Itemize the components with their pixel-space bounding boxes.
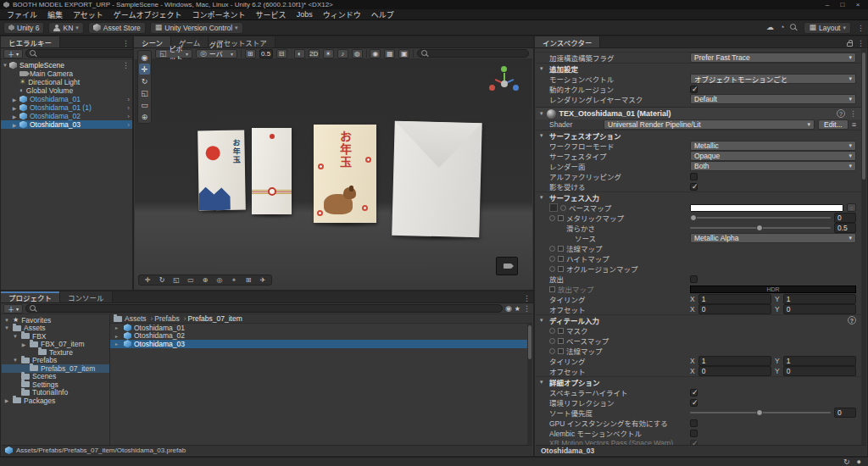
crumb-prefabs[interactable]: Prefabs (154, 314, 186, 323)
tree-favorites[interactable]: ▼★Favorites (2, 316, 109, 325)
tab-hierarchy[interactable]: ヒエラルキー (1, 36, 60, 47)
gizmo-center[interactable] (501, 80, 508, 87)
hierarchy-item-global-volume[interactable]: ◐ Global Volume (1, 86, 132, 95)
crumb-assets[interactable]: Assets (114, 314, 153, 323)
grid-visibility-dropdown[interactable]: ▦ (384, 49, 395, 58)
unity-version-badge[interactable]: Unity 6 (3, 22, 44, 34)
texture-slot-icon[interactable] (549, 203, 558, 212)
open-prefab-chevron[interactable]: › (127, 113, 130, 120)
hierarchy-item-otoshidama-03[interactable]: ▶ Otoshidama_03 › (1, 120, 132, 129)
inspector-menu-icon[interactable] (857, 39, 865, 47)
shader-dropdown[interactable]: Universal Render Pipeline/Lit (604, 119, 815, 130)
tab-project[interactable]: プロジェクト (1, 291, 60, 302)
snap-settings-button[interactable]: ⊟ (276, 49, 287, 58)
menu-assets[interactable]: アセット (68, 9, 108, 20)
hierarchy-menu-icon[interactable] (122, 39, 130, 47)
hierarchy-item-otoshidama-02[interactable]: ▶ Otoshidama_02 › (1, 112, 132, 120)
2d-toggle[interactable]: 2D (309, 49, 320, 58)
tab-console[interactable]: コンソール (60, 291, 113, 302)
texture-slot-icon[interactable] (558, 215, 564, 221)
help-icon[interactable] (848, 316, 856, 325)
object-picker-icon[interactable] (549, 348, 555, 354)
effects-dropdown[interactable]: ◍ (352, 49, 363, 58)
project-menu-icon[interactable] (523, 294, 531, 302)
overlay-move-icon[interactable]: ✛ (141, 275, 154, 285)
offset-x-field[interactable] (698, 304, 771, 314)
texture-slot-icon[interactable] (558, 338, 564, 344)
object-picker-icon[interactable] (560, 205, 566, 211)
cloud-button[interactable]: ☁ (766, 24, 774, 31)
project-scrollbar[interactable] (527, 324, 532, 445)
hierarchy-item-directional-light[interactable]: ☀ Directional Light (1, 78, 132, 86)
texture-slot-icon[interactable] (558, 266, 564, 272)
rendering-layer-dropdown[interactable]: Default (690, 94, 856, 104)
rect-tool[interactable]: ▭ (139, 99, 150, 110)
surface-type-dropdown[interactable]: Opaque (690, 151, 856, 161)
object-picker-icon[interactable] (549, 328, 555, 334)
scene-visibility-toggle[interactable]: ◉ (370, 49, 381, 58)
texture-slot-icon[interactable] (558, 328, 564, 334)
view-tool[interactable]: ◉ (139, 52, 150, 63)
hierarchy-item-otoshidama-01-1[interactable]: ▶ Otoshidama_01 (1) › (1, 103, 132, 112)
rotate-tool[interactable]: ↻ (139, 75, 150, 86)
color-picker-icon[interactable]: ◌ (847, 203, 856, 212)
scene-audio-toggle[interactable]: ♪ (337, 49, 348, 58)
minimize-button[interactable]: – (821, 1, 834, 9)
pivot-dropdown[interactable]: ◱ピボット (155, 49, 192, 58)
smoothness-slider[interactable] (690, 227, 831, 229)
tree-prefabs-07-item[interactable]: Prefabs_07_item (2, 364, 109, 373)
toolbar-more-menu[interactable] (857, 24, 865, 32)
menu-help[interactable]: ヘルプ (366, 9, 399, 20)
menu-jobs[interactable]: Jobs (292, 9, 318, 20)
material-menu-icon[interactable] (849, 109, 857, 118)
account-dropdown[interactable]: KN▾ (48, 22, 83, 34)
overlay-grid-icon[interactable]: ⊞ (242, 275, 255, 285)
tiling-x-field[interactable] (698, 294, 771, 304)
sorting-priority-slider[interactable] (690, 412, 831, 413)
metallic-value-field[interactable] (834, 213, 856, 223)
file-otoshidama-01[interactable]: ▸Otoshidama_01 (110, 324, 532, 332)
hierarchy-add-button[interactable]: ＋▾ (3, 49, 23, 58)
overlay-target-icon[interactable]: ⌖ (227, 275, 241, 285)
otoshidama-envelope-4-back[interactable] (392, 121, 481, 238)
notifications-icon[interactable]: ● (857, 458, 861, 466)
file-otoshidama-03[interactable]: ▸Otoshidama_03 (110, 340, 532, 348)
grid-snap-toggle[interactable]: ⊞ (245, 49, 256, 58)
detail-offset-y-field[interactable] (783, 366, 856, 376)
otoshidama-envelope-2[interactable] (252, 128, 292, 214)
crumb-prefabs-07-item[interactable]: Prefabs_07_item (188, 314, 242, 323)
camera-settings-dropdown[interactable]: ▣ (398, 49, 409, 58)
handle-orientation-dropdown[interactable]: ◎グローバル (196, 49, 237, 58)
menu-gameobject[interactable]: ゲームオブジェクト (108, 9, 187, 20)
otoshidama-envelope-1[interactable]: お年玉 (198, 130, 246, 211)
scene-viewport[interactable]: お年玉 お年玉 (135, 59, 532, 289)
tree-scenes[interactable]: Scenes (2, 373, 109, 381)
inspector-scrollbar[interactable] (861, 49, 866, 445)
gizmo-x-handle[interactable] (489, 85, 495, 91)
surface-options-foldout[interactable]: サーフェスオプション (536, 130, 861, 141)
search-button[interactable] (790, 24, 798, 31)
open-prefab-chevron[interactable]: › (127, 104, 130, 112)
hierarchy-search[interactable] (25, 49, 137, 58)
menu-component[interactable]: コンポーネント (187, 9, 251, 20)
menu-window[interactable]: ウィンドウ (318, 9, 366, 20)
metallic-slider[interactable] (690, 217, 831, 219)
menu-edit[interactable]: 編集 (42, 9, 68, 20)
advanced-options-foldout[interactable]: 詳細オプション (536, 376, 861, 387)
project-add-button[interactable]: ＋▾ (3, 304, 23, 313)
menu-services[interactable]: サービス (251, 9, 292, 20)
detail-offset-x-field[interactable] (698, 366, 771, 376)
overlay-scale-icon[interactable]: ◱ (170, 275, 183, 285)
smoothness-value-field[interactable] (834, 223, 856, 233)
gpu-instancing-checkbox[interactable] (690, 419, 698, 427)
shader-menu-icon[interactable]: ≡ (852, 121, 856, 129)
tree-fbx-07-item[interactable]: ▶FBX_07_item (2, 341, 109, 349)
detail-tiling-y-field[interactable] (783, 356, 856, 366)
gizmo-z-handle[interactable] (513, 85, 519, 91)
hierarchy-item-main-camera[interactable]: Main Camera (1, 69, 132, 78)
tree-tutorialinfo[interactable]: TutorialInfo (2, 389, 109, 397)
overlay-fly-icon[interactable]: ✈ (256, 275, 270, 285)
specular-highlights-checkbox[interactable] (690, 389, 698, 397)
detail-inputs-foldout[interactable]: ディテール入力 (536, 314, 861, 325)
transform-tool[interactable]: ⊕ (139, 111, 150, 122)
